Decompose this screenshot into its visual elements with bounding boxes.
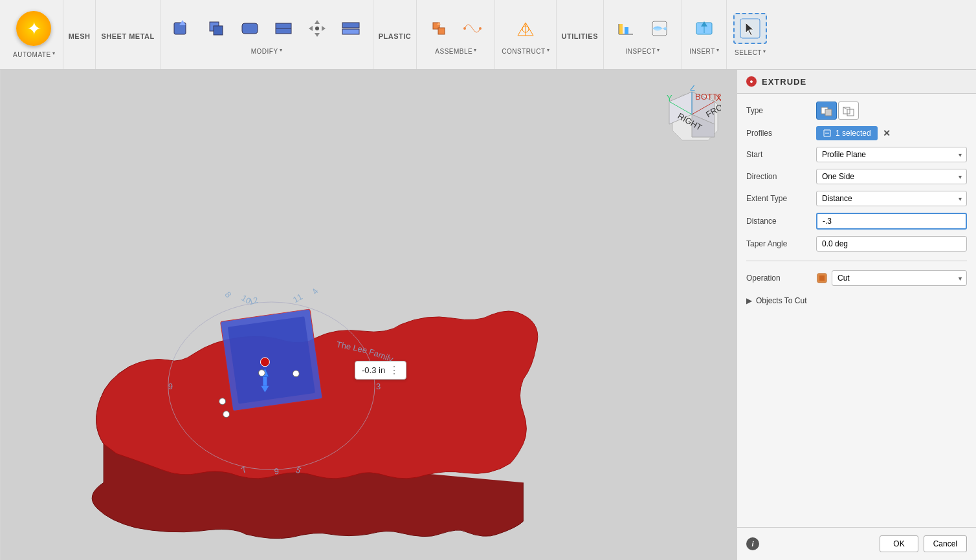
modify-dropdown-arrow[interactable]: ▾ [280,47,282,53]
modify-btn-1[interactable] [167,14,198,43]
start-row: Start Profile Plane [746,147,967,162]
svg-rect-68 [825,109,832,116]
type-solid-button[interactable] [816,102,837,120]
ok-button[interactable]: OK [880,535,918,552]
direction-row: Direction One Side [746,169,967,184]
cancel-button[interactable]: Cancel [924,535,967,552]
extent-type-control: Distance [816,191,967,206]
measurement-options-icon[interactable]: ⋮ [389,364,399,376]
start-control: Profile Plane [816,147,967,162]
operation-label: Operation [746,274,811,283]
insert-dropdown-arrow[interactable]: ▾ [716,47,719,53]
direction-select[interactable]: One Side [816,169,967,184]
toolbar-section-construct: CONSTRUCT ▾ [495,0,556,69]
svg-rect-45 [228,316,315,404]
svg-rect-48 [263,377,267,386]
toolbar-section-insert: INSERT ▾ [682,0,727,69]
panel-header: ● EXTRUDE [737,70,976,94]
svg-point-50 [258,370,265,376]
inspect-label: INSPECT [626,48,656,55]
insert-btn-group [689,14,720,43]
utilities-label: UTILITIES [562,32,598,40]
assemble-btn-2[interactable] [457,14,488,43]
objects-to-cut-label: Objects To Cut [756,296,806,305]
svg-rect-23 [619,24,623,34]
taper-angle-control [816,236,967,252]
plastic-label: PLASTIC [379,32,412,40]
direction-label: Direction [746,172,811,181]
taper-angle-label: Taper Angle [746,239,811,248]
svg-text:3: 3 [376,382,381,391]
type-row: Type [746,102,967,120]
inspect-btn-2[interactable] [644,14,675,43]
svg-rect-15 [438,28,445,34]
distance-input[interactable] [816,213,967,230]
measurement-tooltip: -0.3 in ⋮ [355,361,406,380]
assemble-btn-group [423,14,488,43]
svg-text:Y: Y [667,93,672,103]
toolbar-section-utilities: UTILITIES [557,0,604,69]
select-dropdown-arrow[interactable]: ▾ [763,48,766,54]
objects-to-cut-row[interactable]: ▶ Objects To Cut [746,292,967,309]
panel-close-button[interactable]: ● [746,76,757,87]
construct-dropdown-arrow[interactable]: ▾ [547,47,549,53]
toolbar-section-inspect: INSPECT ▾ [604,0,682,69]
extent-type-row: Extent Type Distance [746,191,967,206]
main-area: 12 6 9 3 10 11 7 5 8 4 The Lee Family [0,70,976,560]
construct-btn-1[interactable] [510,14,541,43]
inspect-dropdown-arrow[interactable]: ▾ [657,47,660,53]
operation-select[interactable]: Cut [832,270,967,286]
construct-btn-group [510,14,541,43]
svg-marker-7 [315,20,320,24]
operation-row: Operation Cut [746,270,967,286]
info-icon[interactable]: i [746,537,759,550]
inspect-btn-1[interactable] [610,14,641,43]
modify-btn-5[interactable] [302,14,333,43]
select-btn-1[interactable] [733,13,767,44]
profiles-clear-button[interactable]: ✕ [883,128,891,138]
taper-angle-row: Taper Angle [746,236,967,252]
type-btn-group [816,102,967,120]
panel-footer: i OK Cancel [737,527,976,560]
panel-title: EXTRUDE [762,77,806,87]
assemble-dropdown-arrow[interactable]: ▾ [474,47,476,53]
svg-rect-75 [819,275,825,281]
select-btn-group [733,13,767,44]
svg-rect-12 [342,23,359,28]
profiles-value: 1 selected [836,129,871,138]
direction-control: One Side [816,169,967,184]
viewport[interactable]: 12 6 9 3 10 11 7 5 8 4 The Lee Family [0,70,737,560]
nav-cube[interactable]: BOTTOM FRONT RIGHT X Y Z [663,85,721,144]
profiles-control: 1 selected ✕ [816,126,967,140]
footer-buttons: OK Cancel [880,535,967,552]
modify-btn-2[interactable] [201,14,232,43]
extent-type-select[interactable]: Distance [816,191,967,206]
modify-btn-3[interactable] [234,14,265,43]
svg-point-11 [315,27,319,30]
toolbar-section-sheet-metal: SHEET METAL [96,0,160,69]
type-surface-button[interactable] [838,102,859,120]
panel-body: Type Profiles 1 selected [737,94,976,317]
extrude-panel: ● EXTRUDE Type Profiles [737,70,976,560]
taper-angle-input[interactable] [816,236,967,252]
automate-dropdown-arrow[interactable]: ▾ [52,50,55,56]
svg-text:Z: Z [690,85,695,92]
modify-btn-4[interactable] [268,14,299,43]
toolbar-section-assemble: ASSEMBLE ▾ [417,0,495,69]
svg-point-46 [260,358,269,367]
svg-rect-13 [342,29,359,34]
svg-text:X: X [716,93,721,103]
modify-btn-6[interactable] [335,14,366,43]
construct-label: CONSTRUCT [502,48,545,55]
profiles-select-button[interactable]: 1 selected [816,126,878,140]
svg-marker-30 [746,23,753,36]
svg-rect-69 [843,107,850,114]
toolbar-section-mesh: MESH [63,0,96,69]
objects-to-cut-expand-icon: ▶ [746,296,752,305]
assemble-label: ASSEMBLE [435,48,472,55]
start-select[interactable]: Profile Plane [816,147,967,162]
assemble-btn-1[interactable] [423,14,454,43]
panel-divider [746,261,967,261]
insert-btn-1[interactable] [689,14,720,43]
automate-button[interactable]: ✦ [16,11,51,46]
